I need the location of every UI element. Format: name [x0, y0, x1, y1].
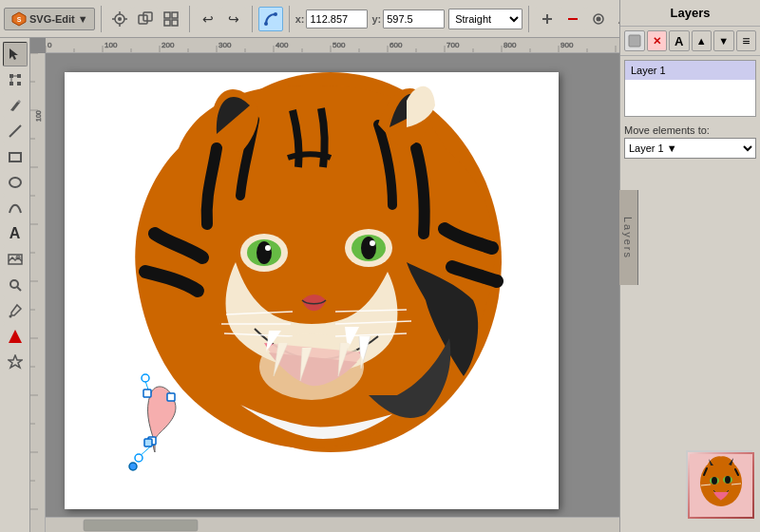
node-transform-btn[interactable] [107, 7, 132, 31]
history-tools: ↩ ↪ [196, 7, 246, 31]
thumbnail-area [686, 450, 752, 517]
toolbar-sep-2 [189, 6, 190, 32]
layers-toolbar: ✕ A ▲ ▼ ≡ [620, 27, 760, 56]
pencil-tool-btn[interactable] [3, 93, 28, 118]
thumbnail-image [688, 452, 754, 519]
svg-text:700: 700 [446, 41, 460, 49]
y-coord-field: y: [371, 10, 445, 28]
rect-tool-btn[interactable] [3, 144, 28, 169]
layers-tab-label: Layers [619, 212, 638, 262]
canvas-area: 0 100 200 300 400 500 600 700 800 900 [30, 38, 619, 532]
eyedropper-tool-btn[interactable] [3, 298, 28, 323]
ruler-left-svg: 100 [30, 53, 45, 532]
horizontal-scrollbar[interactable] [46, 517, 619, 532]
svg-rect-119 [629, 35, 640, 47]
svg-text:800: 800 [504, 41, 517, 49]
star-tool-btn[interactable] [3, 350, 28, 374]
layer-visibility-btn[interactable] [624, 30, 645, 51]
svg-text:900: 900 [560, 41, 574, 49]
svg-point-32 [10, 178, 21, 187]
svg-point-15 [274, 12, 277, 16]
svg-text:500: 500 [332, 41, 346, 49]
svg-point-124 [712, 477, 717, 484]
zoom-tool-btn[interactable] [3, 273, 28, 297]
layer-move-down-btn[interactable]: ▼ [713, 30, 734, 51]
left-toolbar: A [0, 38, 30, 532]
svg-marker-39 [9, 355, 22, 368]
x-label: x: [295, 13, 305, 25]
path-tool-btn-left[interactable] [3, 196, 28, 220]
svg-point-99 [265, 245, 271, 251]
toolbar-sep-3 [252, 6, 253, 32]
svg-point-20 [597, 16, 601, 21]
svg-rect-118 [84, 520, 198, 531]
image-tool-btn[interactable] [3, 247, 28, 272]
toolbar-sep-1 [101, 6, 102, 32]
svg-rect-26 [10, 82, 13, 86]
svg-marker-38 [9, 330, 22, 343]
app-title: SVG-Edit ▼ [29, 13, 88, 25]
svg-line-36 [17, 287, 21, 291]
layer-rename-btn[interactable]: A [669, 30, 690, 51]
svg-point-35 [10, 280, 18, 288]
svg-rect-10 [164, 12, 170, 18]
segment-type-select[interactable]: Straight Curve Smooth Symmetric [448, 9, 522, 29]
svg-point-125 [725, 476, 731, 484]
move-elements-label: Move elements to: [620, 121, 760, 138]
redo-btn[interactable]: ↪ [221, 7, 246, 31]
svg-line-30 [10, 125, 21, 137]
text-icon: A [10, 225, 21, 242]
layer-item-label: Layer 1 [631, 65, 666, 76]
right-panel: Layers ✕ A ▲ ▼ ≡ Layer 1 Move elements t… [619, 0, 760, 532]
svg-text:600: 600 [390, 41, 403, 49]
svg-point-37 [9, 315, 11, 318]
line-tool-btn[interactable] [3, 119, 28, 143]
select-tool-btn[interactable] [3, 42, 28, 66]
toolbar-sep-5 [528, 6, 529, 32]
layers-panel-title: Layers [620, 0, 760, 27]
layer-delete-btn[interactable]: ✕ [647, 30, 668, 51]
ruler-left: 100 [30, 53, 46, 532]
svg-marker-23 [10, 48, 18, 60]
layer-move-up-btn[interactable]: ▲ [692, 30, 712, 51]
layer-list: Layer 1 [624, 60, 756, 117]
undo-btn[interactable]: ↩ [196, 7, 220, 31]
layer-menu-btn[interactable]: ≡ [736, 30, 757, 51]
layer-item[interactable]: Layer 1 [625, 61, 755, 80]
x-coord-field: x: [295, 10, 369, 28]
svg-text:0: 0 [48, 41, 52, 49]
x-input[interactable] [306, 10, 368, 28]
move-elements-select[interactable]: Layer 1 ▼ [624, 138, 756, 159]
canvas-viewport[interactable] [46, 53, 619, 532]
ellipse-tool-btn[interactable] [3, 170, 28, 195]
svg-point-3 [118, 17, 122, 21]
path-tool-btn[interactable] [258, 7, 283, 31]
text-tool-btn[interactable]: A [3, 221, 28, 246]
svg-rect-13 [172, 20, 178, 26]
ruler-top-svg: 0 100 200 300 400 500 600 700 800 900 [46, 38, 619, 52]
svg-point-97 [256, 241, 272, 264]
layers-side-tab[interactable]: Layers [619, 190, 638, 285]
svg-rect-27 [17, 82, 21, 86]
node-smooth-btn[interactable] [586, 7, 611, 31]
clone-btn[interactable] [133, 7, 158, 31]
thumbnail-svg [690, 454, 752, 517]
y-label: y: [371, 13, 381, 25]
node-edit-tool-btn[interactable] [3, 67, 28, 92]
delete-node-btn[interactable] [560, 7, 585, 31]
app-logo[interactable]: S SVG-Edit ▼ [4, 8, 95, 30]
fill-tool-btn[interactable] [3, 324, 28, 349]
svg-edit-icon: S [10, 10, 28, 28]
svg-text:100: 100 [104, 41, 118, 49]
add-node-btn[interactable] [535, 7, 560, 31]
svg-text:200: 200 [162, 41, 175, 49]
ruler-top: 0 100 200 300 400 500 600 700 800 900 [46, 38, 619, 53]
y-input[interactable] [383, 10, 445, 28]
toolbar-sep-4 [289, 6, 290, 32]
svg-rect-31 [10, 153, 21, 162]
svg-rect-12 [164, 20, 170, 26]
document-canvas[interactable] [65, 72, 559, 509]
transform-tools [107, 7, 183, 31]
svg-point-14 [264, 22, 268, 26]
grid-btn[interactable] [159, 7, 183, 31]
